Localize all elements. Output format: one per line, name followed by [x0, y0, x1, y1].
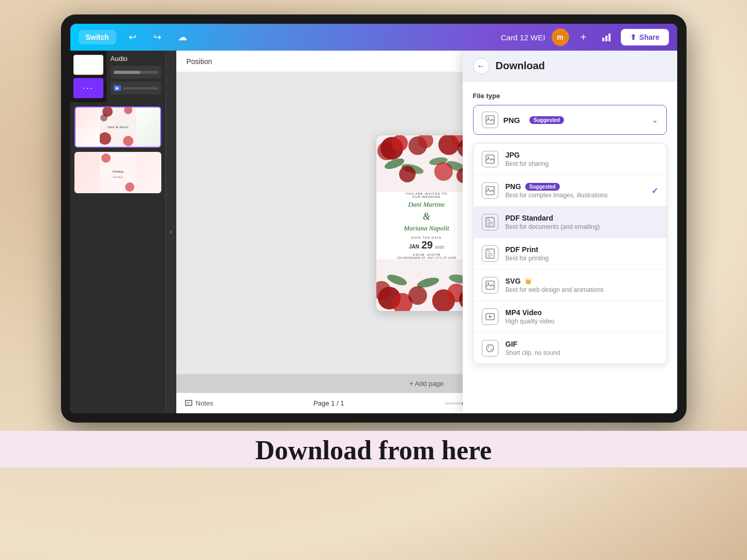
date-number: 29: [421, 239, 433, 251]
collapse-icon: ‹: [170, 228, 172, 236]
caption-section: Download from here: [0, 431, 747, 468]
share-label: Share: [639, 33, 660, 41]
header-right: Card 12 WEI m + ⬆ Share: [501, 28, 669, 46]
svg-point-29: [399, 166, 416, 182]
download-back-button[interactable]: ←: [473, 58, 490, 74]
mp4-icon: [482, 308, 498, 325]
main-area: ··· Audio ▶: [70, 51, 677, 413]
file-option-mp4[interactable]: MP4 Video High quality video: [474, 301, 666, 333]
file-option-svg[interactable]: SVG 👑 Best for web design and animations: [474, 270, 666, 301]
sidebar-collapse-button[interactable]: ‹: [166, 51, 176, 413]
thumb-preview-2: Wedding Invitation: [74, 152, 161, 193]
selected-file-icon: [482, 112, 498, 128]
mp4-desc: High quality video: [506, 318, 658, 325]
file-option-jpg[interactable]: JPG Best for sharing: [474, 144, 666, 175]
sidebar-thumbnails: Dani & Maria Wedding Invitation: [70, 102, 165, 413]
svg-rect-0: [602, 38, 604, 41]
header-bar: Switch ↩ ↪ ☁ Card 12 WEI m + ⬆: [70, 24, 677, 51]
selected-file-type-name: PNG: [504, 116, 521, 125]
card-text-content: YOU ARE INVITED TOOUR WEDDING Dani Marti…: [376, 187, 477, 265]
names-text-2: Mariana Napolit: [382, 224, 472, 233]
avatar-button[interactable]: m: [552, 28, 569, 46]
analytics-button[interactable]: [598, 29, 615, 45]
svg-point-61: [486, 345, 494, 352]
share-icon: ⬆: [630, 33, 636, 41]
svg-rect-2: [608, 34, 611, 41]
svg-desc: Best for web design and animations: [506, 286, 658, 293]
audio-label: Audio: [111, 55, 161, 63]
file-option-png[interactable]: PNG Suggested Best for complex images, i…: [474, 175, 666, 207]
canvas-area: Position: [176, 51, 677, 413]
thumbnail-strip: ···: [70, 51, 106, 102]
gif-icon: [482, 340, 498, 356]
page-thumbnail-2[interactable]: ···: [73, 78, 103, 98]
redo-button[interactable]: ↪: [149, 29, 166, 45]
thumb-preview-1: Dani & Maria: [75, 107, 160, 147]
switch-button[interactable]: Switch: [79, 30, 116, 44]
download-panel: ← Download File type: [463, 51, 677, 413]
file-option-gif[interactable]: GIF Short clip, no sound: [474, 333, 666, 364]
svg-marker-60: [489, 315, 492, 318]
add-button[interactable]: +: [575, 29, 592, 45]
share-button[interactable]: ⬆ Share: [621, 29, 669, 45]
svg-text:Wedding: Wedding: [112, 170, 124, 173]
ampersand: &: [382, 211, 472, 222]
svg-point-36: [408, 286, 427, 305]
wedding-card-design: YOU ARE INVITED TOOUR WEDDING Dani Marti…: [376, 135, 477, 311]
png-option-text: PNG Suggested Best for complex images, i…: [506, 182, 658, 199]
svg-rect-1: [605, 36, 607, 41]
jpg-option-text: JPG Best for sharing: [506, 151, 658, 167]
audio-thumb-2[interactable]: ▶: [111, 82, 161, 95]
add-page-text: + Add page: [409, 380, 444, 387]
png-suggested-badge: Suggested: [525, 183, 560, 191]
gif-name: GIF: [506, 340, 658, 348]
design-thumb-1[interactable]: Dani & Maria: [74, 106, 161, 148]
pdf-print-icon: [482, 245, 498, 262]
card-time: 6:30 AM - 10:00 PM123 ANYWHERE ST., ANY …: [382, 253, 472, 259]
header-left: Switch ↩ ↪ ☁: [79, 29, 191, 45]
chevron-down-icon: ⌄: [652, 116, 658, 124]
back-arrow-icon: ←: [477, 61, 485, 71]
svg-point-8: [123, 136, 133, 146]
page-thumbnail-1[interactable]: [73, 55, 103, 75]
position-label: Position: [187, 57, 212, 66]
file-type-label: File type: [473, 92, 667, 100]
card-roses-bottom: [376, 259, 477, 311]
svg-name: SVG 👑: [506, 277, 658, 285]
card-roses-top: [376, 135, 477, 192]
cloud-save-button[interactable]: ☁: [174, 29, 191, 45]
file-option-pdf-print[interactable]: PDF Print Best for printing: [474, 238, 666, 270]
svg-point-19: [391, 135, 408, 151]
download-body: File type: [463, 82, 677, 413]
undo-button[interactable]: ↩: [125, 29, 141, 45]
pdf-standard-name: PDF Standard: [506, 214, 658, 222]
pdf-print-text: PDF Print Best for printing: [506, 245, 658, 262]
png-name: PNG Suggested: [506, 182, 658, 191]
file-type-selector[interactable]: PNG Suggested ⌄: [473, 105, 667, 135]
svg-text:Dani & Maria: Dani & Maria: [106, 125, 128, 129]
date-display: JAN 29 2023: [382, 239, 472, 251]
notes-button[interactable]: Notes: [185, 399, 214, 408]
pdf-standard-icon: [482, 214, 498, 230]
mp4-option-text: MP4 Video High quality video: [506, 308, 658, 325]
png-checkmark-icon: ✓: [651, 186, 658, 196]
gif-desc: Short clip, no sound: [506, 349, 658, 356]
svg-point-11: [101, 153, 111, 163]
left-sidebar: ··· Audio ▶: [70, 51, 166, 413]
file-option-pdf-standard[interactable]: PDF Standard Best for documents (and ema…: [474, 207, 666, 238]
jpg-desc: Best for sharing: [506, 160, 658, 167]
svg-point-30: [434, 162, 453, 181]
dots-label: ···: [83, 83, 94, 94]
jpg-name: JPG: [506, 151, 658, 159]
svg-point-6: [100, 114, 108, 121]
pdf-print-desc: Best for printing: [506, 255, 658, 262]
svg-text:Invitation: Invitation: [113, 176, 123, 178]
svg-crown-icon: 👑: [525, 278, 532, 285]
svg-icon: [482, 277, 498, 293]
design-thumb-2[interactable]: Wedding Invitation: [74, 152, 161, 193]
audio-thumb-1[interactable]: [111, 66, 161, 79]
invited-text: YOU ARE INVITED TOOUR WEDDING: [382, 192, 472, 198]
screen-area: Switch ↩ ↪ ☁ Card 12 WEI m + ⬆: [70, 24, 677, 413]
svg-point-12: [125, 182, 134, 192]
jpg-icon: [482, 151, 498, 167]
